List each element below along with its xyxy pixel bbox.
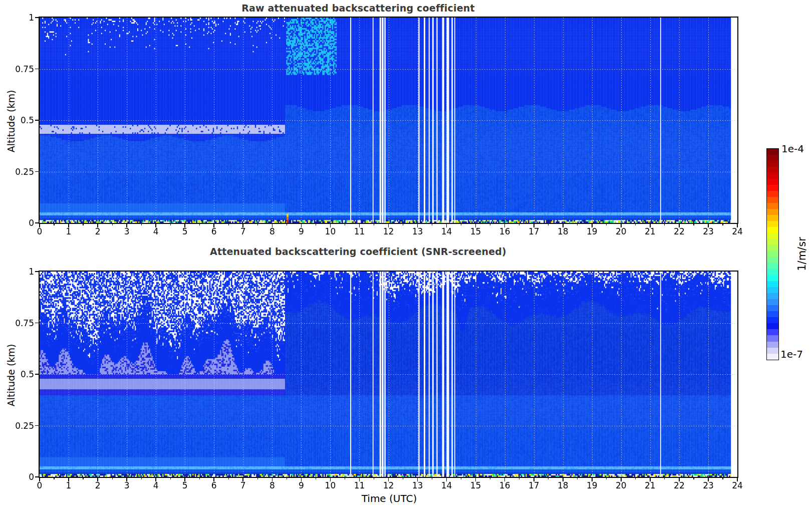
x-minor-tick [141,223,142,225]
x-minor-tick [635,223,636,225]
bottom-panel-title: Attenuated backscattering coefficient (S… [133,246,584,257]
colorbar-segment [767,293,778,299]
x-minor-tick [228,477,229,479]
x-tick-label: 13 [405,226,430,236]
colorbar-segment [767,323,778,329]
y-major-tick [35,120,40,121]
x-minor-tick [577,477,578,479]
x-tick-label: 19 [580,226,605,236]
x-tick-label: 8 [259,226,285,236]
top-panel-title: Raw attenuated backscattering coefficien… [133,3,584,14]
colorbar-segment [767,342,778,348]
x-tick-label: 15 [463,226,488,236]
x-minor-tick [577,223,578,225]
y-tick-label: 0 [3,218,34,228]
x-tick-label: 0 [27,480,52,490]
y-major-tick [35,222,40,223]
x-minor-tick [606,223,607,225]
x-tick-label: 19 [580,480,605,490]
x-minor-tick [54,477,54,479]
colorbar-max-label: 1e-4 [781,143,804,155]
figure-root: Raw attenuated backscattering coefficien… [0,0,812,511]
x-minor-tick [112,477,113,479]
colorbar-segment [767,269,778,275]
x-tick-label: 10 [318,480,343,490]
colorbar-segment [767,329,778,335]
colorbar-segment [767,305,778,311]
x-minor-tick [374,223,374,225]
x-minor-tick [257,223,258,225]
x-tick-label: 17 [521,226,547,236]
x-tick-label: 24 [725,480,750,490]
x-axis-label: Time (UTC) [289,492,489,504]
x-tick-label: 22 [667,226,692,236]
colorbar-segment [767,197,778,203]
x-minor-tick [287,477,287,479]
y-major-tick [35,476,40,477]
x-minor-tick [141,477,142,479]
x-tick-label: 8 [259,480,285,490]
y-major-tick [35,323,40,324]
y-tick-label: 0.5 [3,115,34,125]
x-tick-label: 7 [230,226,255,236]
x-minor-tick [374,477,374,479]
x-tick-label: 9 [289,480,314,490]
colorbar-min-label: 1e-7 [780,348,803,360]
x-minor-tick [199,477,200,479]
x-minor-tick [403,223,403,225]
colorbar-segment [767,167,778,173]
x-tick-label: 18 [551,226,576,236]
colorbar [766,148,779,360]
x-minor-tick [316,477,316,479]
colorbar-segment [767,275,778,281]
colorbar-segment [767,281,778,287]
x-minor-tick [257,477,258,479]
y-tick-label: 0.75 [3,64,34,74]
colorbar-segment [767,263,778,269]
y-tick-label: 0.75 [3,318,34,328]
colorbar-segment [767,257,778,263]
y-major-tick [35,425,40,426]
x-tick-label: 0 [27,226,52,236]
x-tick-label: 9 [289,226,314,236]
raw-backscatter-heatmap [39,17,738,224]
x-tick-label: 22 [667,480,692,490]
y-major-tick [35,69,40,70]
x-minor-tick [548,477,549,479]
x-minor-tick [403,477,403,479]
x-tick-label: 20 [609,480,634,490]
x-tick-label: 6 [201,226,226,236]
colorbar-segment [767,203,778,209]
x-tick-label: 21 [638,480,663,490]
x-minor-tick [54,223,54,225]
colorbar-segment [767,239,778,245]
x-tick-label: 21 [638,226,663,236]
x-tick-label: 2 [85,480,110,490]
x-minor-tick [461,477,461,479]
x-minor-tick [316,223,316,225]
x-tick-label: 23 [696,226,721,236]
colorbar-segment [767,155,778,161]
colorbar-segment [767,173,778,179]
x-tick-label: 11 [347,480,372,490]
x-tick-label: 12 [376,226,401,236]
colorbar-segment [767,191,778,197]
y-major-tick [35,17,40,18]
x-minor-tick [664,223,665,225]
x-tick-label: 20 [609,226,634,236]
colorbar-segment [767,299,778,305]
x-tick-label: 4 [143,226,168,236]
colorbar-segment [767,245,778,251]
x-tick-label: 1 [56,480,81,490]
x-minor-tick [664,477,665,479]
x-minor-tick [199,223,200,225]
x-minor-tick [83,477,83,479]
x-tick-label: 16 [492,480,517,490]
x-tick-label: 3 [114,226,139,236]
x-minor-tick [432,223,432,225]
x-minor-tick [83,223,83,225]
colorbar-segment [767,161,778,167]
y-tick-label: 1 [3,13,34,23]
colorbar-segment [767,335,778,341]
colorbar-segment [767,311,778,317]
